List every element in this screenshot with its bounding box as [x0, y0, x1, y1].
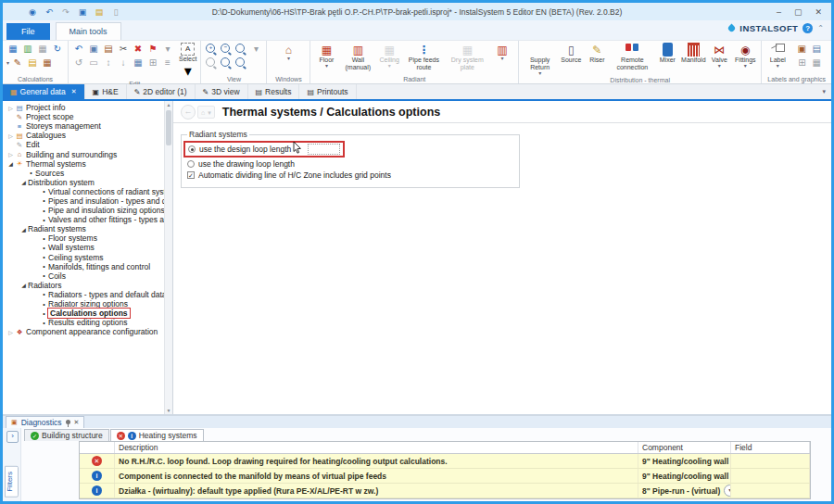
label-frame-icon[interactable]: ▣: [795, 43, 808, 55]
vertical-arrows-icon[interactable]: ↕: [102, 57, 115, 69]
select-button[interactable]: A Select ▾: [179, 43, 196, 80]
diagnostic-row[interactable]: iComponent is connected to the manifold …: [80, 469, 810, 484]
tab-2d-editor-1[interactable]: ✎2D editor (1): [127, 84, 196, 99]
tree-item-pipes-and-insulation-types-and-default-data[interactable]: •Pipes and insulation - types and defaul…: [3, 196, 165, 206]
zoom-out-icon[interactable]: −: [221, 44, 230, 53]
tree-item-catalogues[interactable]: ▷▤Catalogues: [3, 131, 165, 140]
checkbox-automatic-dividing-line[interactable]: ✓: [187, 171, 195, 179]
new-document-icon[interactable]: ▯: [110, 6, 121, 18]
ribbon-button-valve[interactable]: ⋈Valve▾: [707, 43, 731, 69]
app-logo-icon[interactable]: ◉: [27, 6, 38, 18]
expand-icon[interactable]: ▷: [6, 329, 15, 335]
ribbon-button-supply-return[interactable]: Supply Return▾: [523, 43, 557, 76]
expand-sidebar-icon[interactable]: ›: [6, 431, 19, 443]
ribbon-button-mixer[interactable]: Mixer: [655, 43, 679, 64]
copy-icon[interactable]: ▣: [87, 43, 100, 55]
save-icon[interactable]: ▣: [77, 6, 88, 18]
ribbon-button-manifold[interactable]: Manifold: [681, 43, 705, 64]
ribbon-button-wall-manual[interactable]: ▥Wall (manual): [340, 43, 375, 71]
edit-data-icon[interactable]: ✎: [11, 57, 24, 69]
grid-icon[interactable]: ▦: [132, 57, 145, 69]
list-icon[interactable]: ≡: [161, 57, 174, 69]
chevron-down-icon[interactable]: ▾: [6, 59, 9, 66]
tree-item-distribution-system[interactable]: ◢Distribution system: [3, 178, 165, 187]
rotate-icon[interactable]: ↺: [72, 57, 85, 69]
pan-icon[interactable]: [206, 57, 215, 67]
ribbon-button-floor[interactable]: ▦Floor▾: [314, 43, 338, 69]
ribbon-button-fittings[interactable]: ◉Fittings▾: [733, 43, 757, 69]
pin-icon[interactable]: [66, 420, 70, 424]
zoom-all-icon[interactable]: [221, 57, 230, 67]
paste-icon[interactable]: ▤: [102, 43, 115, 55]
tab-3d-view[interactable]: ✎3D view: [196, 84, 248, 99]
ribbon-button-label[interactable]: Label▾: [765, 43, 790, 69]
close-panel-icon[interactable]: ✕: [74, 419, 80, 426]
open-icon[interactable]: ▤: [94, 6, 105, 18]
radio-design-loop-length[interactable]: [188, 145, 196, 153]
close-button[interactable]: ✕: [815, 7, 822, 17]
tree-item-sources[interactable]: •Sources: [3, 169, 165, 178]
pin-down-icon[interactable]: ↓: [117, 57, 130, 69]
collapse-icon[interactable]: ◢: [19, 226, 28, 233]
label-table-icon[interactable]: ▤: [810, 43, 823, 55]
ribbon-button-pipe-feeds-route[interactable]: ⋮Pipe feeds route: [403, 43, 444, 71]
tree-item-coils[interactable]: •Coils: [3, 271, 165, 281]
ribbon-button-source[interactable]: ▯Source: [559, 43, 583, 64]
collapse-ribbon-icon[interactable]: ⌃: [817, 24, 824, 32]
tree-item-pipe-and-insulation-sizing-options[interactable]: •Pipe and insulation sizing options: [3, 206, 165, 215]
tree-item-results-editing-options[interactable]: •Results editing options: [3, 318, 165, 327]
results-icon[interactable]: ▥: [21, 43, 34, 55]
tree-item-radiant-systems[interactable]: ◢Radiant systems: [3, 224, 165, 233]
tree-item-project-scope[interactable]: ✎Project scope: [3, 112, 165, 121]
minimize-button[interactable]: –: [777, 7, 781, 17]
filters-tab[interactable]: Filters: [5, 466, 19, 498]
undo-icon[interactable]: ↶: [72, 43, 85, 55]
component-dropdown-icon[interactable]: ▾: [724, 485, 731, 497]
delete-icon[interactable]: ✖: [132, 43, 145, 55]
radio-drawing-loop-length[interactable]: [187, 160, 195, 168]
tree-item-radiator-sizing-options[interactable]: •Radiator sizing options: [3, 299, 165, 309]
collapse-icon[interactable]: ◢: [19, 179, 28, 185]
tree-scrollbar[interactable]: ▲ ▼: [164, 101, 172, 414]
tree-item-calculations-options[interactable]: •Calculations options: [3, 309, 165, 318]
collapse-icon[interactable]: ◢: [6, 160, 15, 167]
tree-item-thermal-systems[interactable]: ◢☀Thermal systems: [3, 159, 165, 169]
scroll-down-icon[interactable]: ▼: [165, 407, 172, 414]
main-tools-tab[interactable]: Main tools: [56, 22, 121, 40]
tab-results[interactable]: ▤Results: [248, 84, 300, 99]
option-automatic-dividing-line[interactable]: ✓ Automatic dividing line of H/C Zone in…: [187, 170, 513, 180]
flag-icon[interactable]: ⚑: [146, 43, 159, 55]
scroll-up-icon[interactable]: ▲: [165, 101, 172, 108]
zoom-in-icon[interactable]: +: [206, 44, 215, 53]
tree-item-ceiling-systems[interactable]: •Ceiling systems: [3, 253, 165, 262]
tab-h-e[interactable]: ▣H&E: [85, 84, 127, 99]
data-grid-icon[interactable]: ▦: [41, 57, 54, 69]
tab-general-data[interactable]: ▦General data✕: [3, 84, 85, 99]
tree-item-valves-and-other-fittings-types-and-default-data[interactable]: •Valves and other fittings - types and d…: [3, 215, 165, 224]
maximize-button[interactable]: ▢: [794, 7, 802, 17]
expand-icon[interactable]: ▷: [6, 151, 15, 158]
tree-item-floor-systems[interactable]: •Floor systems: [3, 233, 165, 243]
diagnostic-row[interactable]: ✕No R.H./R.C. loop found. Loop drawing r…: [80, 454, 810, 469]
option-drawing-loop-length[interactable]: use the drawing loop length: [187, 159, 513, 169]
diagnostics-tab-heating-systems[interactable]: ✕iHeating systems: [110, 429, 204, 441]
ribbon-button-remote-connection[interactable]: Remote connection: [611, 43, 653, 71]
tree-item-building-and-surroundings[interactable]: ▷⌂Building and surroundings: [3, 149, 165, 158]
ribbon-button-riser[interactable]: ✎Riser: [585, 43, 609, 64]
expand-icon[interactable]: ▷: [6, 105, 15, 111]
windows-button[interactable]: ⌂ ▾: [276, 43, 300, 61]
collapse-icon[interactable]: ◢: [19, 282, 28, 288]
ribbon-button-radiant-extra[interactable]: ▥▾: [490, 43, 514, 61]
tree-item-wall-systems[interactable]: •Wall systems: [3, 243, 165, 252]
zoom-previous-icon[interactable]: [235, 57, 245, 67]
undo-icon[interactable]: ↶: [44, 6, 55, 18]
tree-item-radiators[interactable]: ◢Radiators: [3, 281, 165, 290]
tree-item-storeys-management[interactable]: ≡Storeys management: [3, 121, 165, 131]
tab-printouts[interactable]: ▤Printouts: [299, 84, 356, 99]
merge-icon[interactable]: ⊞: [146, 57, 159, 69]
diagnostics-tab[interactable]: ▣ Diagnostics ✕: [6, 416, 84, 428]
tree-item-manifolds-fittings-and-control[interactable]: •Manifolds, fittings and control: [3, 262, 165, 271]
tree-item-edit[interactable]: ✎Edit: [3, 140, 165, 149]
option-design-loop-length[interactable]: use the design loop length: [188, 144, 340, 155]
tree-item-virtual-connections-of-radiant-systems[interactable]: •Virtual connections of radiant systems: [3, 187, 165, 196]
